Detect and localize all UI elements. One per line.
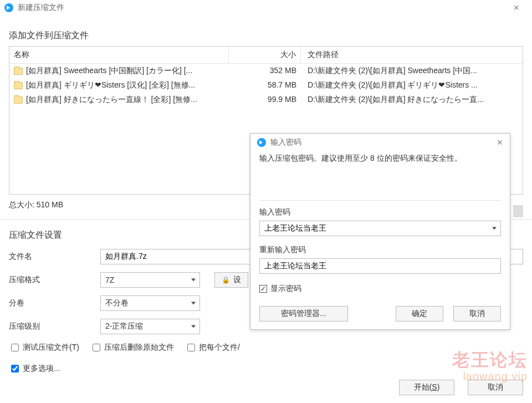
check-show-password[interactable]: ✓ 显示密码 bbox=[259, 284, 501, 294]
titlebar: 新建压缩文件 ✕ bbox=[0, 0, 532, 16]
folder-icon bbox=[14, 82, 23, 89]
chevron-down-icon bbox=[191, 302, 196, 305]
column-size[interactable]: 大小 bbox=[229, 47, 301, 63]
check-label: 压缩后删除原始文件 bbox=[104, 343, 174, 353]
label-reenter-password: 重新输入密码 bbox=[259, 245, 501, 255]
checkbox-checked-icon[interactable]: ✓ bbox=[259, 285, 267, 293]
check-delete-after[interactable]: 压缩后删除原始文件 bbox=[90, 342, 174, 353]
label-filename: 文件名 bbox=[9, 252, 100, 262]
level-value: 2-正常压缩 bbox=[105, 322, 143, 331]
set-password-label: 设 bbox=[233, 275, 241, 285]
add-files-heading: 添加文件到压缩文件 bbox=[9, 30, 523, 42]
chevron-down-icon bbox=[191, 279, 196, 282]
check-per-file[interactable]: 把每个文件/ bbox=[185, 342, 240, 353]
split-value: 不分卷 bbox=[105, 298, 129, 308]
password-dialog: 输入密码 ✕ 输入压缩包密码。建议使用至少 8 位的密码来保证安全性。 输入密码… bbox=[250, 133, 510, 330]
file-name: [如月群真] ギリギリ❤Sisters [汉化] [全彩] [無修... bbox=[26, 80, 195, 90]
scrollbar-stub[interactable] bbox=[513, 205, 523, 217]
checkbox[interactable] bbox=[11, 344, 19, 351]
label-split: 分卷 bbox=[9, 298, 100, 308]
start-button[interactable]: 开始(S) bbox=[399, 380, 454, 395]
check-label: 把每个文件/ bbox=[199, 343, 240, 353]
column-path[interactable]: 文件路径 bbox=[301, 47, 523, 63]
level-select[interactable]: 2-正常压缩 bbox=[100, 319, 200, 334]
chevron-down-icon bbox=[492, 227, 497, 230]
checkbox[interactable] bbox=[93, 344, 100, 351]
checkbox[interactable] bbox=[11, 365, 19, 373]
checkbox[interactable] bbox=[187, 344, 195, 351]
password-input[interactable] bbox=[259, 221, 501, 236]
window-title: 新建压缩文件 bbox=[18, 3, 505, 13]
dialog-titlebar: 输入密码 ✕ bbox=[250, 134, 510, 151]
check-more-options[interactable]: 更多选项... bbox=[9, 363, 523, 374]
split-select[interactable]: 不分卷 bbox=[100, 295, 200, 311]
check-test-archive[interactable]: 测试压缩文件(T) bbox=[9, 342, 79, 353]
lock-icon: 🔒 bbox=[222, 276, 230, 284]
close-icon[interactable]: ✕ bbox=[505, 3, 528, 12]
chevron-down-icon bbox=[191, 325, 196, 328]
cancel-button[interactable]: 取消 bbox=[468, 380, 523, 395]
dialog-title: 输入密码 bbox=[270, 137, 497, 147]
options-row: 测试压缩文件(T) 压缩后删除原始文件 把每个文件/ bbox=[9, 342, 523, 353]
table-row[interactable]: [如月群真] 好きになったら一直線！ [全彩] [無修... 99.9 MB D… bbox=[9, 93, 523, 107]
file-size: 99.9 MB bbox=[229, 93, 301, 107]
app-icon bbox=[257, 138, 266, 147]
file-name: [如月群真] 好きになったら一直線！ [全彩] [無修... bbox=[26, 95, 197, 105]
label-enter-password: 输入密码 bbox=[259, 207, 501, 217]
close-icon[interactable]: ✕ bbox=[497, 138, 503, 147]
check-label: 更多选项... bbox=[23, 364, 60, 374]
label-format: 压缩格式 bbox=[9, 275, 100, 285]
password-confirm-input[interactable] bbox=[259, 258, 501, 274]
column-name[interactable]: 名称 bbox=[9, 47, 229, 63]
file-size: 58.7 MB bbox=[229, 78, 301, 93]
table-row[interactable]: [如月群真] Sweethearts [中国翻訳] [カラー化] [... 35… bbox=[9, 64, 523, 78]
label-level: 压缩级别 bbox=[9, 322, 100, 331]
dialog-buttons: 开始(S) 取消 bbox=[399, 380, 523, 395]
file-path: D:\新建文件夹 (2)\[如月群真] 好きになったら一直... bbox=[301, 93, 523, 107]
folder-icon bbox=[14, 68, 23, 75]
format-select[interactable]: 7Z bbox=[100, 272, 200, 288]
file-path: D:\新建文件夹 (2)\[如月群真] ギリギリ❤Sisters ... bbox=[301, 78, 523, 93]
format-value: 7Z bbox=[105, 276, 114, 284]
file-list-header: 名称 大小 文件路径 bbox=[9, 47, 523, 64]
table-row[interactable]: [如月群真] ギリギリ❤Sisters [汉化] [全彩] [無修... 58.… bbox=[9, 78, 523, 93]
check-label: 测试压缩文件(T) bbox=[23, 343, 79, 353]
folder-icon bbox=[14, 96, 23, 104]
password-combo[interactable] bbox=[259, 221, 501, 236]
ok-button[interactable]: 确定 bbox=[396, 306, 443, 322]
file-name: [如月群真] Sweethearts [中国翻訳] [カラー化] [... bbox=[26, 66, 192, 76]
set-password-button[interactable]: 🔒 设 bbox=[214, 272, 248, 288]
file-path: D:\新建文件夹 (2)\[如月群真] Sweethearts [中国... bbox=[301, 64, 523, 78]
divider bbox=[259, 200, 501, 201]
app-icon bbox=[4, 3, 13, 12]
dialog-message: 输入压缩包密码。建议使用至少 8 位的密码来保证安全性。 bbox=[259, 154, 501, 164]
check-label: 显示密码 bbox=[270, 284, 301, 294]
file-size: 352 MB bbox=[229, 64, 301, 78]
password-manager-button[interactable]: 密码管理器... bbox=[259, 306, 348, 322]
dialog-cancel-button[interactable]: 取消 bbox=[453, 306, 501, 322]
